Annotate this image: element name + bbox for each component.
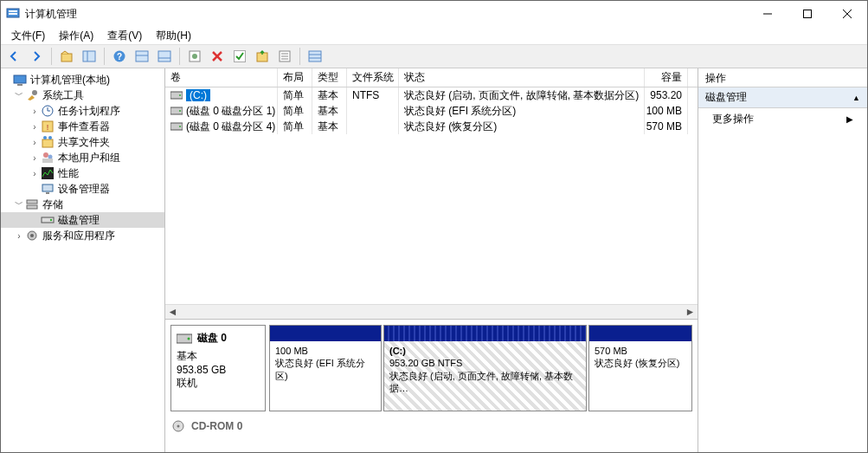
volume-name: (磁盘 0 磁盘分区 4) — [186, 120, 275, 134]
disk-icon — [177, 333, 192, 345]
volume-type: 基本 — [312, 103, 347, 119]
partition-block[interactable]: 100 MB 状态良好 (EFI 系统分区) — [269, 325, 382, 411]
volume-row[interactable]: (磁盘 0 磁盘分区 1) 简单 基本 状态良好 (EFI 系统分区) 100 … — [165, 103, 698, 119]
tree-task-scheduler[interactable]: › 任务计划程序 — [1, 103, 164, 119]
svg-point-31 — [32, 90, 37, 95]
volume-type: 基本 — [312, 87, 347, 103]
partition-status: 状态良好 (恢复分区) — [595, 357, 686, 369]
cdrom-icon — [170, 420, 186, 432]
volume-fs — [347, 119, 399, 134]
tree-disk-management[interactable]: 磁盘管理 — [1, 212, 164, 228]
delete-button[interactable] — [208, 47, 227, 66]
col-header-capacity[interactable]: 容量 — [645, 68, 688, 87]
tree-label: 计算机管理(本地) — [30, 73, 110, 87]
drive-icon — [170, 90, 183, 100]
disk-status: 联机 — [177, 376, 260, 391]
svg-rect-12 — [136, 51, 148, 61]
volume-layout: 简单 — [278, 119, 312, 134]
scroll-left-icon[interactable]: ◄ — [165, 305, 180, 320]
partition-size: 570 MB — [595, 345, 686, 357]
svg-point-53 — [179, 94, 181, 96]
tree-label: 性能 — [58, 166, 79, 181]
view-bottom-button[interactable] — [155, 47, 174, 66]
clock-icon — [41, 104, 55, 118]
close-button[interactable] — [827, 1, 867, 27]
partition-block[interactable]: (C:) 953.20 GB NTFS 状态良好 (启动, 页面文件, 故障转储… — [383, 325, 587, 411]
volume-status: 状态良好 (启动, 页面文件, 故障转储, 基本数据分区) — [399, 87, 645, 103]
volume-name: (磁盘 0 磁盘分区 1) — [186, 104, 275, 119]
menu-view[interactable]: 查看(V) — [100, 27, 149, 45]
list-view-button[interactable] — [305, 47, 325, 66]
svg-point-57 — [179, 126, 181, 127]
perf-icon — [41, 166, 55, 180]
tree-label: 设备管理器 — [58, 182, 110, 197]
minimize-button[interactable] — [748, 1, 788, 27]
menu-action[interactable]: 操作(A) — [52, 27, 100, 45]
volume-row[interactable]: (磁盘 0 磁盘分区 4) 简单 基本 状态良好 (恢复分区) 570 MB — [165, 119, 698, 134]
partition-status: 状态良好 (EFI 系统分区) — [275, 357, 376, 382]
volume-type: 基本 — [312, 119, 347, 134]
disk-info[interactable]: 磁盘 0 基本 953.85 GB 联机 — [170, 325, 266, 411]
title-bar: 计算机管理 — [1, 1, 867, 27]
col-header-filesystem[interactable]: 文件系统 — [347, 68, 399, 87]
properties-button[interactable] — [275, 47, 294, 66]
menu-file[interactable]: 文件(F) — [4, 27, 52, 45]
scroll-right-icon[interactable]: ► — [683, 305, 698, 320]
col-header-layout[interactable]: 布局 — [278, 68, 312, 87]
svg-rect-1 — [9, 10, 17, 12]
col-header-volume[interactable]: 卷 — [165, 68, 278, 87]
tree-label: 事件查看器 — [58, 120, 110, 134]
col-header-status[interactable]: 状态 — [399, 68, 645, 87]
check-button[interactable] — [230, 47, 249, 66]
rescan-button[interactable] — [253, 47, 272, 66]
partition-block[interactable]: 570 MB 状态良好 (恢复分区) — [588, 325, 692, 411]
tree-local-users[interactable]: › 本地用户和组 — [1, 150, 164, 165]
svg-rect-30 — [17, 84, 23, 86]
tree-services[interactable]: › 服务和应用程序 — [1, 228, 164, 243]
svg-rect-43 — [42, 167, 54, 179]
volume-layout: 简单 — [278, 87, 312, 103]
view-top-button[interactable] — [132, 47, 151, 66]
volume-capacity: 953.20 — [645, 87, 688, 103]
tree-device-manager[interactable]: 设备管理器 — [1, 181, 164, 197]
back-button[interactable] — [4, 47, 23, 66]
svg-rect-47 — [27, 205, 37, 209]
horizontal-scrollbar[interactable]: ◄ ► — [165, 304, 698, 319]
show-hide-tree-button[interactable] — [80, 47, 99, 66]
volume-name: (C:) — [186, 89, 210, 101]
services-icon — [25, 229, 39, 243]
svg-rect-46 — [27, 200, 37, 204]
maximize-button[interactable] — [788, 1, 827, 27]
navigation-tree[interactable]: 计算机管理(本地) ﹀ 系统工具 › 任务计划程序 › ! 事件查看器 › 共享… — [1, 68, 165, 452]
actions-section[interactable]: 磁盘管理 ▲ — [698, 87, 867, 108]
svg-rect-14 — [158, 51, 170, 61]
tools-icon — [25, 88, 39, 102]
tree-event-viewer[interactable]: › ! 事件查看器 — [1, 119, 164, 134]
tree-system-tools[interactable]: ﹀ 系统工具 — [1, 87, 164, 103]
up-level-button[interactable] — [57, 47, 76, 66]
app-icon — [6, 7, 20, 21]
menu-bar: 文件(F) 操作(A) 查看(V) 帮助(H) — [1, 27, 867, 44]
help-button[interactable]: ? — [110, 47, 129, 66]
toolbar: ? — [1, 44, 867, 68]
collapse-icon: ▲ — [852, 94, 860, 102]
tree-label: 本地用户和组 — [58, 151, 120, 165]
svg-rect-8 — [83, 51, 95, 61]
tree-storage[interactable]: ﹀ 存储 — [1, 197, 164, 212]
chevron-right-icon: ▶ — [846, 114, 853, 124]
settings-button[interactable] — [185, 47, 204, 66]
tree-label: 存储 — [42, 197, 63, 212]
tree-root[interactable]: 计算机管理(本地) — [1, 72, 164, 87]
tree-performance[interactable]: › 性能 — [1, 165, 164, 181]
volume-row[interactable]: (C:) 简单 基本 NTFS 状态良好 (启动, 页面文件, 故障转储, 基本… — [165, 87, 698, 103]
menu-help[interactable]: 帮助(H) — [149, 27, 198, 45]
device-icon — [41, 182, 55, 196]
disk-block[interactable]: 磁盘 0 基本 953.85 GB 联机 100 MB 状态良好 (EFI — [170, 325, 692, 411]
col-header-type[interactable]: 类型 — [312, 68, 347, 87]
tree-shared-folders[interactable]: › 共享文件夹 — [1, 134, 164, 150]
svg-rect-42 — [42, 159, 53, 163]
actions-more[interactable]: 更多操作 ▶ — [698, 108, 867, 130]
svg-rect-44 — [42, 184, 53, 191]
volume-capacity: 100 MB — [645, 103, 688, 119]
forward-button[interactable] — [27, 47, 46, 66]
